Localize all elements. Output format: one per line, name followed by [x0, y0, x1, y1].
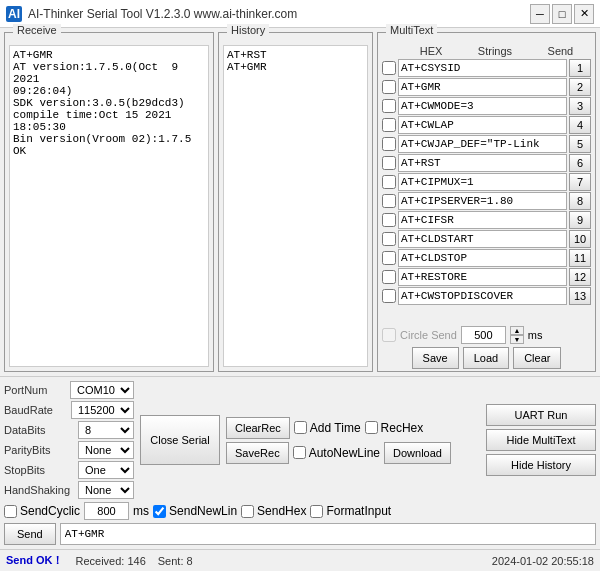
save-button[interactable]: Save — [412, 347, 459, 369]
multitext-input-12[interactable] — [398, 268, 567, 286]
sendcyclic-ms: ms — [133, 504, 149, 518]
top-panels: Receive History MultiText HEX Strings Se… — [0, 28, 600, 376]
receive-scrollable[interactable] — [9, 45, 209, 367]
sendnewlin-checkbox[interactable] — [153, 505, 166, 518]
portnum-label: PortNum — [4, 384, 66, 396]
clearrec-button[interactable]: ClearRec — [226, 417, 290, 439]
maximize-button[interactable]: □ — [552, 4, 572, 24]
history-scrollable[interactable] — [223, 45, 368, 367]
row2: SendCyclic ms SendNewLin SendHex FormatI… — [4, 502, 596, 520]
multitext-checkbox-3[interactable] — [382, 99, 396, 113]
multitext-row: 2 — [382, 78, 591, 96]
add-time-checkbox[interactable] — [294, 421, 307, 434]
history-textarea[interactable] — [224, 46, 367, 366]
minimize-button[interactable]: ─ — [530, 4, 550, 24]
sendhex-label: SendHex — [241, 504, 306, 518]
multitext-input-7[interactable] — [398, 173, 567, 191]
sendhex-checkbox[interactable] — [241, 505, 254, 518]
multitext-send-btn-3[interactable]: 3 — [569, 97, 591, 115]
received-status: Received: 146 — [75, 555, 145, 567]
multitext-row: 12 — [382, 268, 591, 286]
main-content: Receive History MultiText HEX Strings Se… — [0, 28, 600, 571]
circle-send-checkbox[interactable] — [382, 328, 396, 342]
col-strings-label: Strings — [478, 45, 512, 57]
circle-send-input[interactable] — [461, 326, 506, 344]
autonewline-checkbox[interactable] — [293, 446, 306, 459]
download-button[interactable]: Download — [384, 442, 451, 464]
paritybits-select[interactable]: None — [78, 441, 134, 459]
databits-row: DataBits 8 — [4, 421, 134, 439]
multitext-checkbox-9[interactable] — [382, 213, 396, 227]
sendcyclic-checkbox[interactable] — [4, 505, 17, 518]
multitext-checkbox-13[interactable] — [382, 289, 396, 303]
multitext-checkbox-10[interactable] — [382, 232, 396, 246]
load-button[interactable]: Load — [463, 347, 509, 369]
multitext-send-btn-11[interactable]: 11 — [569, 249, 591, 267]
multitext-checkbox-11[interactable] — [382, 251, 396, 265]
middle-controls: ClearRec Add Time RecHex SaveRec AutoNew… — [226, 417, 480, 464]
multitext-input-11[interactable] — [398, 249, 567, 267]
multitext-input-10[interactable] — [398, 230, 567, 248]
spin-up-button[interactable]: ▲ — [510, 326, 524, 335]
baudrate-select[interactable]: 115200 — [71, 401, 134, 419]
rechex-text: RecHex — [381, 421, 424, 435]
sendnewlin-text: SendNewLin — [169, 504, 237, 518]
add-time-text: Add Time — [310, 421, 361, 435]
close-serial-button[interactable]: Close Serial — [140, 415, 220, 465]
send-text-input[interactable] — [60, 523, 596, 545]
close-button[interactable]: ✕ — [574, 4, 594, 24]
databits-select[interactable]: 8 — [78, 421, 134, 439]
formatinput-label: FormatInput — [310, 504, 391, 518]
spin-down-button[interactable]: ▼ — [510, 335, 524, 344]
multitext-checkbox-8[interactable] — [382, 194, 396, 208]
multitext-checkbox-5[interactable] — [382, 137, 396, 151]
multitext-send-btn-13[interactable]: 13 — [569, 287, 591, 305]
multitext-input-3[interactable] — [398, 97, 567, 115]
multitext-send-btn-4[interactable]: 4 — [569, 116, 591, 134]
multitext-checkbox-4[interactable] — [382, 118, 396, 132]
multitext-input-13[interactable] — [398, 287, 567, 305]
multitext-send-btn-2[interactable]: 2 — [569, 78, 591, 96]
multitext-row: 11 — [382, 249, 591, 267]
formatinput-checkbox[interactable] — [310, 505, 323, 518]
uart-run-button[interactable]: UART Run — [486, 404, 596, 426]
handshaking-row: HandShaking None — [4, 481, 134, 499]
handshaking-select[interactable]: None — [78, 481, 134, 499]
stopbits-select[interactable]: One — [78, 461, 134, 479]
multitext-send-btn-5[interactable]: 5 — [569, 135, 591, 153]
multitext-send-btn-6[interactable]: 6 — [569, 154, 591, 172]
multitext-send-btn-12[interactable]: 12 — [569, 268, 591, 286]
hide-multitext-button[interactable]: Hide MultiText — [486, 429, 596, 451]
multitext-checkbox-1[interactable] — [382, 61, 396, 75]
multitext-input-2[interactable] — [398, 78, 567, 96]
clear-button[interactable]: Clear — [513, 347, 561, 369]
portnum-select[interactable]: COM10 — [70, 381, 134, 399]
multitext-input-9[interactable] — [398, 211, 567, 229]
multitext-checkbox-2[interactable] — [382, 80, 396, 94]
multitext-input-1[interactable] — [398, 59, 567, 77]
multitext-checkbox-12[interactable] — [382, 270, 396, 284]
sendcyclic-input[interactable] — [84, 502, 129, 520]
multitext-send-btn-9[interactable]: 9 — [569, 211, 591, 229]
ms-label: ms — [528, 329, 543, 341]
hide-history-button[interactable]: Hide History — [486, 454, 596, 476]
multitext-send-btn-7[interactable]: 7 — [569, 173, 591, 191]
multitext-input-8[interactable] — [398, 192, 567, 210]
send-button[interactable]: Send — [4, 523, 56, 545]
multitext-input-6[interactable] — [398, 154, 567, 172]
multitext-checkbox-7[interactable] — [382, 175, 396, 189]
datetime-status: 2024-01-02 20:55:18 — [492, 555, 594, 567]
multitext-send-btn-8[interactable]: 8 — [569, 192, 591, 210]
multitext-input-5[interactable] — [398, 135, 567, 153]
multitext-send-btn-1[interactable]: 1 — [569, 59, 591, 77]
rechex-checkbox[interactable] — [365, 421, 378, 434]
multitext-row: 6 — [382, 154, 591, 172]
multitext-input-4[interactable] — [398, 116, 567, 134]
receive-textarea[interactable] — [10, 46, 208, 366]
multitext-row: 1 — [382, 59, 591, 77]
multitext-send-btn-10[interactable]: 10 — [569, 230, 591, 248]
multitext-checkbox-6[interactable] — [382, 156, 396, 170]
spinner: ▲ ▼ — [510, 326, 524, 344]
saverec-button[interactable]: SaveRec — [226, 442, 289, 464]
sendnewlin-label: SendNewLin — [153, 504, 237, 518]
